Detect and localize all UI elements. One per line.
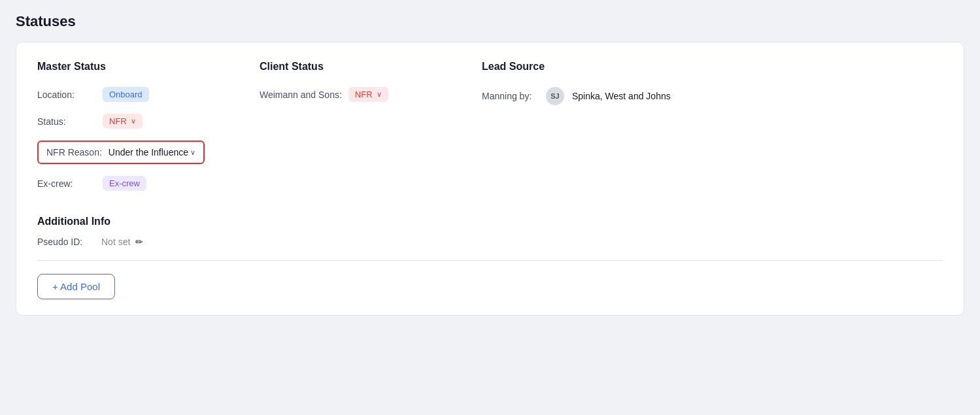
edit-icon[interactable]: ✏ <box>135 237 143 247</box>
statuses-card: Master Status Location: Onboard Status: … <box>16 42 964 316</box>
nfr-reason-dropdown[interactable]: Under the Influence <box>109 147 195 158</box>
nfr-reason-label: NFR Reason: <box>46 147 102 158</box>
nfr-reason-row: NFR Reason: Under the Influence <box>37 141 205 164</box>
add-pool-button[interactable]: + Add Pool <box>37 274 115 299</box>
client-row: Weimann and Sons: NFR <box>260 87 482 102</box>
location-row: Location: Onboard <box>37 87 260 102</box>
lead-source-header: Lead Source <box>482 61 943 73</box>
status-row: Status: NFR <box>37 114 260 129</box>
lead-source-column: Lead Source Manning by: SJ Spinka, West … <box>482 61 943 203</box>
additional-info-header: Additional Info <box>37 216 943 227</box>
excrew-label: Ex-crew: <box>37 178 96 189</box>
lead-source-row: Manning by: SJ Spinka, West and Johns <box>482 87 943 105</box>
client-status-column: Client Status Weimann and Sons: NFR <box>260 61 482 203</box>
excrew-row: Ex-crew: Ex-crew <box>37 176 260 191</box>
excrew-badge[interactable]: Ex-crew <box>103 176 146 191</box>
divider <box>37 260 943 261</box>
client-badge[interactable]: NFR <box>348 87 388 102</box>
pseudo-id-value: Not set <box>101 237 130 247</box>
pseudo-id-label: Pseudo ID: <box>37 237 96 247</box>
status-badge[interactable]: NFR <box>103 114 143 129</box>
location-label: Location: <box>37 90 96 100</box>
status-label: Status: <box>37 116 96 127</box>
avatar: SJ <box>546 87 564 105</box>
client-label: Weimann and Sons: <box>260 90 342 100</box>
pseudo-id-row: Pseudo ID: Not set ✏ <box>37 237 943 247</box>
master-status-column: Master Status Location: Onboard Status: … <box>37 61 260 203</box>
statuses-grid: Master Status Location: Onboard Status: … <box>37 61 943 203</box>
page-title: Statuses <box>16 13 964 30</box>
client-status-header: Client Status <box>260 61 482 73</box>
location-badge[interactable]: Onboard <box>103 87 149 102</box>
manning-label: Manning by: <box>482 91 541 101</box>
company-name: Spinka, West and Johns <box>572 91 671 101</box>
master-status-header: Master Status <box>37 61 260 73</box>
